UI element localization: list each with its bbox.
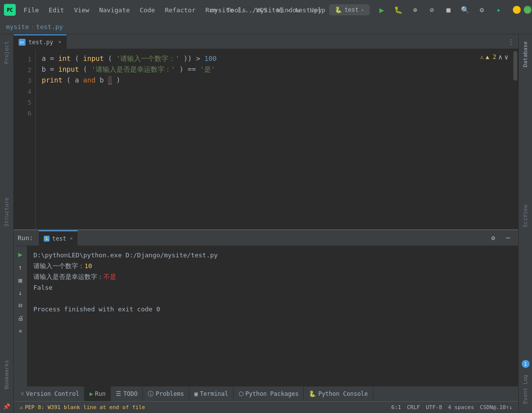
sidebar-item-structure[interactable]: Structure (0, 193, 13, 232)
file-tab-close[interactable]: × (58, 39, 62, 45)
status-position[interactable]: 6:1 (389, 404, 403, 411)
tool-tab-todo[interactable]: ☰ TODO (111, 386, 143, 401)
status-right: 6:1 CRLF UTF-8 4 spaces CSDN@.10↑↓ (389, 404, 514, 411)
tab-more-button[interactable]: ⋮ (504, 34, 518, 49)
settings-button[interactable]: ⚙ (476, 3, 488, 16)
menu-navigate[interactable]: Navigate (95, 4, 134, 16)
line-num-6: 6 (14, 107, 35, 118)
tool-tab-problems-label: Problems (156, 390, 184, 397)
run-output[interactable]: D:\pythonLED\python.exe D:/Django/mysite… (27, 246, 518, 386)
code-line-1: a = int ( input ( '请输入一个数字：' )) > 100 (42, 53, 506, 64)
sidebar-pin-icon[interactable]: 📌 (0, 400, 13, 413)
status-warning[interactable]: ⚠ PEP 8: W391 blank line at end of file (18, 404, 147, 411)
editor-scrollbar[interactable] (512, 49, 518, 229)
tool-tab-problems[interactable]: ⓘ Problems (143, 386, 189, 401)
status-left: ⚠ PEP 8: W391 blank line at end of file (18, 404, 147, 411)
code-editor[interactable]: 1 2 3 4 5 6 a = int ( input ( (14, 49, 518, 229)
code-content[interactable]: a = int ( input ( '请输入一个数字：' )) > 100 b … (36, 49, 512, 229)
run-config[interactable]: 🐍 test ▾ (329, 4, 370, 15)
warning-up-icon[interactable]: ∧ (498, 53, 502, 61)
menu-edit[interactable]: Edit (45, 4, 68, 16)
panel-content: ▶ ↑ ■ ↓ ⊟ 🖨 ✕ D:\pythonLED\python.exe D:… (14, 246, 518, 386)
warning-icon: ⚠ (480, 54, 483, 60)
line-num-2: 2 (14, 64, 35, 75)
status-position-text: 6:1 (391, 404, 401, 411)
scrollbar-thumb[interactable] (513, 51, 517, 81)
title-bar: PC File Edit View Navigate Code Refactor… (0, 0, 532, 20)
minimize-button[interactable]: ─ (513, 6, 521, 14)
title-controls: 🐍 test ▾ ▶ 🐛 ⊕ ⊘ ■ 🔍 ⚙ ✦ ─ □ × (329, 3, 532, 16)
sidebar-item-database[interactable]: Database (519, 36, 532, 72)
panel-tab-close[interactable]: × (70, 236, 73, 241)
python-console-icon: 🐍 (309, 390, 316, 397)
status-bar: ⚠ PEP 8: W391 blank line at end of file … (14, 401, 518, 413)
tool-tab-console-label: Python Console (318, 390, 368, 397)
output-line3: False (33, 282, 512, 293)
run-button[interactable]: ▶ (375, 3, 388, 16)
tool-tab-version-control[interactable]: ⑂ Version Control (16, 386, 84, 401)
menu-file[interactable]: File (20, 4, 43, 16)
warning-down-icon[interactable]: ∨ (505, 53, 508, 61)
run-rerun-button[interactable]: ↑ (15, 262, 26, 273)
breadcrumb-file[interactable]: test.py (34, 23, 65, 30)
sidebar-item-project[interactable]: Project (0, 36, 13, 69)
debug-button[interactable]: 🐛 (392, 3, 405, 16)
file-tabs: py test.py × ⋮ (14, 34, 518, 49)
status-crlf[interactable]: CRLF (405, 404, 422, 411)
run-close-btn[interactable]: ✕ (15, 326, 26, 336)
status-warning-text: PEP 8: W391 blank line at end of file (25, 404, 145, 411)
panel-tab-test[interactable]: 🐍 test × (39, 230, 78, 246)
app-logo: PC (4, 4, 16, 16)
tool-tab-todo-label: TODO (123, 390, 137, 397)
output-line2: 请输入是否是幸运数字：不是 (33, 272, 512, 282)
stop-button[interactable]: ■ (442, 3, 455, 16)
code-line-6 (42, 107, 506, 118)
warning-bar[interactable]: ⚠ ▲ 2 ∧ ∨ (480, 53, 508, 61)
tool-tab-run[interactable]: ▶ Run (84, 386, 111, 401)
sidebar-item-event-log[interactable]: Event Log (519, 370, 532, 409)
run-scroll-button[interactable]: ↓ (15, 287, 26, 298)
tool-tab-python-console[interactable]: 🐍 Python Console (304, 386, 373, 401)
project-tabs-bar: mysite › test.py (0, 20, 532, 34)
left-sidebar: Project Structure Bookmarks 📌 (0, 34, 14, 413)
status-git[interactable]: CSDN@.10↑↓ (478, 404, 514, 411)
breadcrumb-project[interactable]: mysite (4, 23, 31, 30)
panel-settings-button[interactable]: ⚙ (487, 232, 500, 245)
menu-view[interactable]: View (70, 4, 93, 16)
status-indent-text: 4 spaces (448, 404, 474, 411)
sidebar-item-sciview[interactable]: SciView (519, 200, 532, 232)
line-num-4: 4 (14, 85, 35, 96)
status-crlf-text: CRLF (407, 404, 420, 411)
tool-tab-vc-label: Version Control (26, 390, 79, 397)
run-stop-button[interactable]: ■ (15, 275, 26, 285)
coverage-button[interactable]: ⊕ (409, 3, 422, 16)
output-command: D:\pythonLED\python.exe D:/Django/mysite… (33, 250, 512, 261)
run-label: Run: (18, 234, 33, 242)
right-panel: py test.py × ⋮ 1 2 3 4 5 6 (14, 34, 532, 413)
profile-button[interactable]: ⊘ (426, 3, 438, 16)
menu-refactor[interactable]: Refactor (161, 4, 200, 16)
jetbrains-button[interactable]: ✦ (492, 3, 505, 16)
editor-container: py test.py × ⋮ 1 2 3 4 5 6 (14, 34, 518, 413)
status-git-text: CSDN@.10↑↓ (480, 404, 512, 411)
panel-tabs-bar: Run: 🐍 test × ⚙ ─ (14, 230, 518, 246)
main-area: Project Structure Bookmarks 📌 py test.py… (0, 34, 532, 413)
tool-tab-terminal[interactable]: ▣ Terminal (189, 386, 234, 401)
run-play-button[interactable]: ▶ (15, 249, 26, 260)
run-print-button[interactable]: 🖨 (15, 313, 26, 324)
file-tab-test-py[interactable]: py test.py × (14, 34, 67, 49)
panel-controls: ⚙ ─ (487, 232, 514, 245)
output-line1: 请输入一个数字：10 (33, 261, 512, 272)
file-tab-name: test.py (28, 39, 53, 46)
code-line-4 (42, 85, 506, 96)
menu-code[interactable]: Code (136, 4, 159, 16)
panel-minimize-button[interactable]: ─ (502, 232, 514, 245)
run-restore-button[interactable]: ⊟ (15, 300, 26, 311)
status-encoding[interactable]: UTF-8 (424, 404, 444, 411)
search-button[interactable]: 🔍 (459, 3, 472, 16)
sidebar-item-bookmarks[interactable]: Bookmarks (0, 355, 13, 394)
tool-tab-python-packages[interactable]: ⬡ Python Packages (234, 386, 304, 401)
file-tab-icon: py (19, 39, 26, 46)
status-indent[interactable]: 4 spaces (446, 404, 476, 411)
maximize-button[interactable]: □ (524, 6, 532, 14)
